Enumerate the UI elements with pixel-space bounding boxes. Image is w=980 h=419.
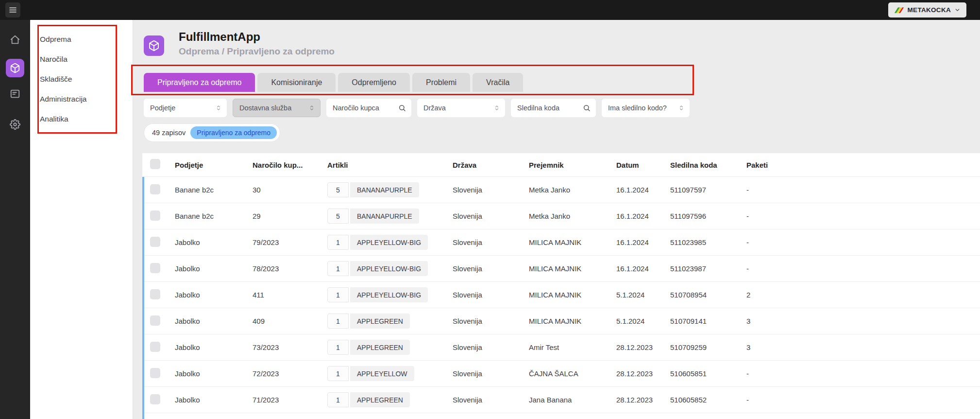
- cell-podjetje: Jabolko: [175, 369, 253, 378]
- artikli-code: APPLEGREEN: [350, 392, 410, 407]
- filter-podjetje-select[interactable]: Podjetje: [144, 99, 227, 117]
- cell-narocilo-kupca: 411: [253, 291, 327, 299]
- cell-prejemnik: MILICA MAJNIK: [529, 291, 616, 299]
- cell-narocilo-kupca: 30: [253, 186, 327, 194]
- column-header-drzava: Država: [453, 161, 529, 169]
- cell-datum: 28.12.2023: [616, 343, 670, 351]
- filter-dostavna-sluzba-label: Dostavna služba: [239, 104, 291, 112]
- cell-sledilna-koda: 510709141: [670, 317, 746, 325]
- cell-artikli: 1 APPLEYELLOW: [327, 366, 453, 381]
- cell-prejemnik: Amir Test: [529, 343, 616, 351]
- chevron-updown-icon: [308, 105, 315, 111]
- brand-label: METAKOCKA: [908, 6, 951, 14]
- sidebar-item-skladisce[interactable]: Skladišče: [30, 69, 133, 89]
- app-root: METAKOCKA Odprema Naročila Skladišče Adm…: [0, 0, 980, 419]
- status-badge: Pripravljeno za odpremo: [190, 126, 277, 139]
- cell-narocilo-kupca: 73/2023: [253, 343, 327, 351]
- cell-podjetje: Jabolko: [175, 317, 253, 325]
- cell-podjetje: Jabolko: [175, 238, 253, 246]
- artikli-qty: 1: [327, 235, 349, 250]
- row-checkbox[interactable]: [150, 184, 160, 194]
- filter-ima-sledilno-kodo-label: Ima sledilno kodo?: [608, 104, 667, 112]
- cell-artikli: 1 APPLEGREEN: [327, 314, 453, 329]
- fulfillment-cube-icon[interactable]: [6, 59, 24, 77]
- table-row[interactable]: Jabolko 71/2023 1 APPLEGREEN Slovenija J…: [142, 387, 980, 413]
- table-row[interactable]: Jabolko 73/2023 1 APPLEGREEN Slovenija A…: [142, 334, 980, 361]
- cell-podjetje: Jabolko: [175, 264, 253, 273]
- table-row[interactable]: Jabolko 411 1 APPLEYELLOW-BIG Slovenija …: [142, 282, 980, 308]
- module-menu: Odprema Naročila Skladišče Administracij…: [30, 20, 133, 419]
- row-checkbox[interactable]: [150, 289, 160, 299]
- filter-drzava-select[interactable]: Država: [417, 99, 505, 117]
- account-brand-menu[interactable]: METAKOCKA: [888, 2, 966, 17]
- artikli-qty: 1: [327, 392, 349, 407]
- artikli-code: APPLEYELLOW-BIG: [350, 261, 428, 276]
- artikli-qty: 1: [327, 366, 349, 381]
- sidebar-item-analitika[interactable]: Analitika: [30, 109, 133, 129]
- tab-odpremljeno[interactable]: Odpremljeno: [338, 73, 410, 92]
- table-row[interactable]: Jabolko 409 1 APPLEGREEN Slovenija MILIC…: [142, 308, 980, 334]
- cell-podjetje: Jabolko: [175, 343, 253, 351]
- settings-gear-icon[interactable]: [6, 115, 24, 134]
- page-title: FulfillmentApp: [179, 30, 260, 44]
- cell-paketi: -: [746, 238, 980, 246]
- cell-paketi: -: [746, 264, 980, 273]
- tab-vracila[interactable]: Vračila: [473, 73, 523, 92]
- cell-artikli: 1 APPLEYELLOW-BIG: [327, 261, 453, 276]
- hamburger-menu-button[interactable]: [5, 2, 20, 17]
- cell-prejemnik: Metka Janko: [529, 186, 616, 194]
- table-row[interactable]: Banane b2c 29 5 BANANAPURPLE Slovenija M…: [142, 203, 980, 229]
- cell-datum: 16.1.2024: [616, 212, 670, 220]
- cell-datum: 16.1.2024: [616, 264, 670, 273]
- tab-problemi[interactable]: Problemi: [412, 73, 470, 92]
- forms-icon[interactable]: [6, 85, 24, 103]
- icon-sidebar: [0, 20, 30, 419]
- sidebar-item-odprema[interactable]: Odprema: [30, 29, 133, 49]
- cell-narocilo-kupca: 78/2023: [253, 264, 327, 273]
- cell-podjetje: Banane b2c: [175, 186, 253, 194]
- metakocka-logo-icon: [894, 7, 904, 14]
- select-all-checkbox[interactable]: [150, 159, 160, 169]
- sidebar-item-narocila[interactable]: Naročila: [30, 49, 133, 69]
- column-header-paketi: Paketi: [746, 161, 980, 169]
- search-icon: [398, 104, 406, 112]
- artikli-qty: 5: [327, 209, 349, 224]
- table-row[interactable]: Banane b2c 30 5 BANANAPURPLE Slovenija M…: [142, 177, 980, 203]
- fulfillmentapp-icon: [144, 35, 164, 56]
- narocilo-kupca-input[interactable]: [333, 104, 398, 112]
- table-row[interactable]: Jabolko 72/2023 1 APPLEYELLOW Slovenija …: [142, 361, 980, 387]
- row-checkbox[interactable]: [150, 263, 160, 273]
- tab-pripravljeno-za-odpremo[interactable]: Pripravljeno za odpremo: [144, 73, 255, 92]
- row-checkbox[interactable]: [150, 237, 160, 247]
- cell-sledilna-koda: 510605851: [670, 369, 746, 378]
- cell-drzava: Slovenija: [453, 212, 529, 220]
- cell-artikli: 1 APPLEGREEN: [327, 340, 453, 355]
- row-checkbox[interactable]: [150, 342, 160, 352]
- cell-prejemnik: MILICA MAJNIK: [529, 264, 616, 273]
- column-header-prejemnik: Prejemnik: [529, 161, 616, 169]
- artikli-code: APPLEYELLOW-BIG: [350, 235, 428, 250]
- filter-dostavna-sluzba-select[interactable]: Dostavna služba: [233, 99, 321, 117]
- column-header-podjetje: Podjetje: [175, 161, 253, 169]
- cell-sledilna-koda: 511097596: [670, 212, 746, 220]
- sidebar-item-administracija[interactable]: Administracija: [30, 89, 133, 109]
- row-checkbox[interactable]: [150, 315, 160, 326]
- cell-paketi: 3: [746, 317, 980, 325]
- artikli-code: APPLEGREEN: [350, 314, 410, 329]
- row-checkbox[interactable]: [150, 368, 160, 378]
- sledilna-koda-input[interactable]: [517, 104, 583, 112]
- table-row[interactable]: Jabolko 78/2023 1 APPLEYELLOW-BIG Sloven…: [142, 256, 980, 282]
- artikli-qty: 1: [327, 340, 349, 355]
- row-checkbox[interactable]: [150, 210, 160, 221]
- cell-prejemnik: MILICA MAJNIK: [529, 317, 616, 325]
- cell-drzava: Slovenija: [453, 317, 529, 325]
- tab-komisioniranje[interactable]: Komisioniranje: [257, 73, 336, 92]
- filter-sledilna-koda-search: [511, 99, 596, 117]
- row-checkbox[interactable]: [150, 394, 160, 404]
- results-count: 49 zapisov: [152, 129, 186, 137]
- column-header-artikli: Artikli: [327, 161, 453, 169]
- cell-datum: 28.12.2023: [616, 396, 670, 404]
- filter-ima-sledilno-kodo-select[interactable]: Ima sledilno kodo?: [602, 99, 690, 117]
- home-icon[interactable]: [6, 31, 24, 49]
- table-row[interactable]: Jabolko 79/2023 1 APPLEYELLOW-BIG Sloven…: [142, 229, 980, 256]
